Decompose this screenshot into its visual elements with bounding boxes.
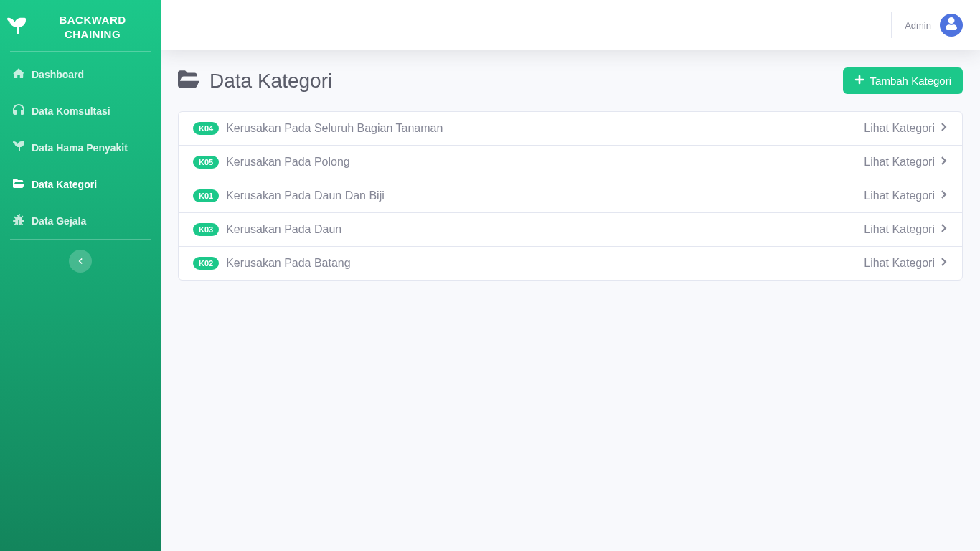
list-item: K05 Kerusakan Pada Polong Lihat Kategori [179, 145, 962, 179]
folder-open-icon [13, 177, 24, 191]
chevron-right-icon [941, 156, 948, 169]
sidebar-collapse-button[interactable] [69, 250, 92, 273]
seedling-icon [7, 17, 26, 38]
view-category-label: Lihat Kategori [864, 156, 935, 169]
page-title-text: Data Kategori [209, 70, 332, 93]
brand-text: BACKWARD CHAINING [32, 13, 154, 41]
view-category-link[interactable]: Lihat Kategori [864, 223, 948, 236]
sidebar-item-kategori[interactable]: Data Kategori [0, 166, 161, 202]
sidebar: BACKWARD CHAINING Dashboard Data Komsult… [0, 0, 161, 551]
plus-icon [854, 75, 864, 87]
list-item: K04 Kerusakan Pada Seluruh Bagian Tanama… [179, 112, 962, 145]
sidebar-item-komsultasi[interactable]: Data Komsultasi [0, 93, 161, 129]
category-name: Kerusakan Pada Polong [226, 156, 350, 169]
page-title: Data Kategori [178, 67, 332, 94]
sidebar-item-label: Data Gejala [32, 215, 86, 227]
category-list: K04 Kerusakan Pada Seluruh Bagian Tanama… [178, 111, 963, 281]
view-category-label: Lihat Kategori [864, 223, 935, 236]
add-category-label: Tambah Kategori [870, 75, 951, 87]
sidebar-item-gejala[interactable]: Data Gejala [0, 202, 161, 239]
sidebar-item-label: Data Komsultasi [32, 105, 110, 117]
category-code-badge: K03 [193, 223, 219, 236]
category-code-badge: K04 [193, 122, 219, 135]
view-category-link[interactable]: Lihat Kategori [864, 257, 948, 270]
view-category-label: Lihat Kategori [864, 257, 935, 270]
sidebar-item-label: Data Hama Penyakit [32, 142, 128, 154]
headset-icon [13, 104, 24, 118]
chevron-right-icon [941, 189, 948, 202]
view-category-label: Lihat Kategori [864, 122, 935, 135]
home-icon [13, 67, 24, 81]
list-item: K03 Kerusakan Pada Daun Lihat Kategori [179, 212, 962, 246]
chevron-right-icon [941, 122, 948, 135]
category-name: Kerusakan Pada Batang [226, 257, 350, 270]
divider [10, 51, 151, 52]
page-header: Data Kategori Tambah Kategori [178, 67, 963, 94]
topbar: Admin [161, 0, 980, 50]
category-name: Kerusakan Pada Seluruh Bagian Tanaman [226, 122, 443, 135]
sidebar-item-label: Dashboard [32, 69, 84, 80]
add-category-button[interactable]: Tambah Kategori [843, 67, 963, 94]
bug-icon [13, 214, 24, 227]
content: Admin Data Kategori Tambah Kategori K04 … [161, 0, 980, 551]
page: Data Kategori Tambah Kategori K04 Kerusa… [161, 50, 980, 551]
sidebar-item-label: Data Kategori [32, 179, 97, 190]
user-name: Admin [905, 20, 931, 31]
brand[interactable]: BACKWARD CHAINING [0, 0, 161, 51]
category-code-badge: K02 [193, 257, 219, 270]
sidebar-item-dashboard[interactable]: Dashboard [0, 56, 161, 93]
category-code-badge: K01 [193, 189, 219, 202]
chevron-right-icon [941, 257, 948, 270]
folder-open-icon [178, 67, 199, 94]
view-category-link[interactable]: Lihat Kategori [864, 156, 948, 169]
leaf-icon [13, 141, 24, 154]
divider [891, 12, 892, 38]
list-item: K02 Kerusakan Pada Batang Lihat Kategori [179, 246, 962, 280]
nav: Dashboard Data Komsultasi Data Hama Peny… [0, 56, 161, 239]
chevron-right-icon [941, 223, 948, 236]
user-icon [945, 17, 958, 33]
view-category-link[interactable]: Lihat Kategori [864, 122, 948, 135]
sidebar-item-hama[interactable]: Data Hama Penyakit [0, 129, 161, 166]
category-code-badge: K05 [193, 156, 219, 169]
list-item: K01 Kerusakan Pada Daun Dan Biji Lihat K… [179, 179, 962, 212]
avatar [940, 14, 963, 37]
view-category-link[interactable]: Lihat Kategori [864, 189, 948, 202]
chevron-left-icon [77, 255, 84, 268]
view-category-label: Lihat Kategori [864, 189, 935, 202]
user-menu[interactable]: Admin [905, 14, 963, 37]
category-name: Kerusakan Pada Daun Dan Biji [226, 189, 385, 202]
category-name: Kerusakan Pada Daun [226, 223, 341, 236]
